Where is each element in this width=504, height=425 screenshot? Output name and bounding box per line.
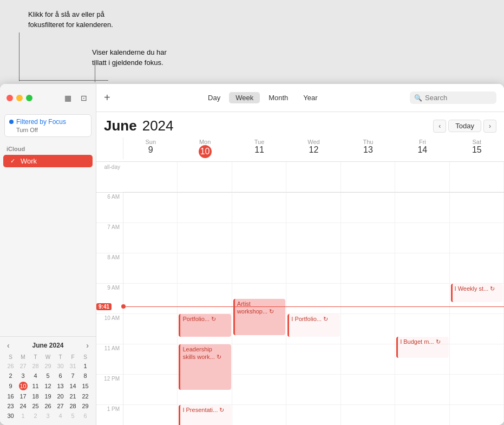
cal-next-arrow[interactable]: › [483, 120, 496, 133]
calendar-event-2[interactable]: Portfolio... ↻ [179, 314, 231, 337]
grid-cell-row2-col6[interactable] [450, 253, 504, 284]
mini-cal-day[interactable]: 9 [4, 381, 17, 391]
grid-cell-row1-col4[interactable] [341, 223, 395, 253]
mini-cal-day[interactable]: 12 [42, 381, 54, 391]
mini-cal-day[interactable]: 30 [4, 411, 17, 421]
mini-cal-day[interactable]: 26 [42, 401, 54, 411]
view-year-button[interactable]: Year [297, 92, 324, 103]
mini-cal-day[interactable]: 8 [79, 371, 91, 381]
grid-cell-row4-col0[interactable] [123, 314, 178, 344]
grid-cell-row1-col1[interactable] [178, 223, 232, 253]
search-box[interactable]: 🔍 [410, 91, 496, 104]
turn-off-link[interactable]: Turn Off [16, 127, 87, 133]
inbox-icon[interactable]: ⊡ [78, 93, 89, 103]
grid-cell-row1-col2[interactable] [232, 223, 286, 253]
mini-cal-day[interactable]: 19 [42, 391, 54, 401]
search-input[interactable] [425, 94, 490, 102]
grid-cell-row7-col3[interactable] [286, 405, 341, 425]
mini-cal-day[interactable]: 24 [17, 401, 29, 411]
grid-cell-row2-col3[interactable] [286, 253, 341, 284]
mini-cal-day[interactable]: 7 [67, 371, 79, 381]
grid-cell-row3-col3[interactable] [286, 284, 341, 314]
mini-cal-prev[interactable]: ‹ [5, 341, 11, 350]
grid-cell-row7-col2[interactable] [232, 405, 286, 425]
grid-cell-row2-col0[interactable] [123, 253, 178, 284]
grid-cell-row6-col6[interactable] [450, 375, 504, 405]
grid-cell-row2-col4[interactable] [341, 253, 395, 284]
grid-cell-row1-col0[interactable] [123, 223, 178, 253]
mini-cal-day[interactable]: 25 [29, 401, 42, 411]
grid-cell-row3-col1[interactable] [178, 284, 232, 314]
grid-cell-row6-col5[interactable] [395, 375, 449, 405]
mini-cal-day[interactable]: 20 [54, 391, 67, 401]
mini-cal-day[interactable]: 16 [4, 391, 17, 401]
grid-cell-row0-col3[interactable] [286, 193, 341, 223]
grid-cell-row6-col3[interactable] [286, 375, 341, 405]
calendar-list-icon[interactable]: ▦ [62, 93, 73, 103]
mini-cal-day[interactable]: 27 [17, 361, 29, 371]
focus-filter-banner[interactable]: Filtered by Focus Turn Off [4, 114, 91, 137]
mini-cal-day[interactable]: 23 [4, 401, 17, 411]
mini-cal-day[interactable]: 2 [4, 371, 17, 381]
mini-cal-day[interactable]: 30 [54, 361, 67, 371]
grid-cell-row3-col5[interactable] [395, 284, 449, 314]
grid-cell-row5-col4[interactable] [341, 344, 395, 375]
grid-cell-row5-col0[interactable] [123, 344, 178, 375]
grid-cell-row7-col0[interactable] [123, 405, 178, 425]
today-button[interactable]: Today [448, 120, 481, 132]
mini-cal-day[interactable]: 17 [17, 391, 29, 401]
mini-cal-day[interactable]: 15 [79, 381, 91, 391]
mini-cal-day[interactable]: 2 [29, 411, 42, 421]
grid-cell-row0-col5[interactable] [395, 193, 449, 223]
mini-cal-day[interactable]: 28 [29, 361, 42, 371]
grid-cell-row7-col6[interactable] [450, 405, 504, 425]
grid-cell-row3-col4[interactable] [341, 284, 395, 314]
calendar-event-4[interactable]: I Budget m... ↻ [396, 337, 448, 358]
mini-cal-day[interactable]: 6 [79, 411, 91, 421]
calendar-event-3[interactable]: I Portfolio... ↻ [287, 314, 339, 337]
mini-cal-day[interactable]: 27 [54, 401, 67, 411]
minimize-button[interactable] [16, 95, 23, 101]
grid-cell-row5-col6[interactable] [450, 344, 504, 375]
mini-cal-day[interactable]: 26 [4, 361, 17, 371]
mini-cal-day[interactable]: 5 [42, 371, 54, 381]
grid-cell-row6-col2[interactable] [232, 375, 286, 405]
grid-cell-row1-col3[interactable] [286, 223, 341, 253]
mini-cal-day[interactable]: 21 [67, 391, 79, 401]
view-day-button[interactable]: Day [201, 92, 227, 103]
grid-cell-row0-col6[interactable] [450, 193, 504, 223]
close-button[interactable] [6, 95, 13, 101]
view-month-button[interactable]: Month [262, 92, 294, 103]
grid-cell-row4-col4[interactable] [341, 314, 395, 344]
grid-cell-row7-col4[interactable] [341, 405, 395, 425]
grid-cell-row6-col0[interactable] [123, 375, 178, 405]
calendar-event-1[interactable]: Artist workshop... ↻ [233, 299, 285, 335]
mini-cal-day[interactable]: 29 [79, 401, 91, 411]
calendar-event-0[interactable]: I Weekly st... ↻ [451, 284, 503, 302]
grid-cell-row5-col2[interactable] [232, 344, 286, 375]
mini-cal-day[interactable]: 29 [42, 361, 54, 371]
mini-cal-day[interactable]: 1 [79, 361, 91, 371]
add-event-button[interactable]: + [104, 91, 110, 104]
maximize-button[interactable] [26, 95, 32, 101]
view-week-button[interactable]: Week [229, 92, 260, 103]
grid-cell-row3-col0[interactable] [123, 284, 178, 314]
mini-cal-day[interactable]: 6 [54, 371, 67, 381]
grid-cell-row5-col3[interactable] [286, 344, 341, 375]
mini-cal-day[interactable]: 13 [54, 381, 67, 391]
grid-cell-row0-col4[interactable] [341, 193, 395, 223]
calendar-event-5[interactable]: Leadership skills work... ↻ [179, 344, 231, 390]
mini-cal-day[interactable]: 11 [29, 381, 42, 391]
mini-cal-day[interactable]: 10 [17, 381, 29, 391]
grid-cell-row0-col2[interactable] [232, 193, 286, 223]
mini-cal-day[interactable]: 1 [17, 411, 29, 421]
mini-cal-day[interactable]: 18 [29, 391, 42, 401]
mini-cal-day[interactable]: 31 [67, 361, 79, 371]
grid-cell-row6-col4[interactable] [341, 375, 395, 405]
mini-cal-day[interactable]: 4 [54, 411, 67, 421]
grid-cell-row2-col1[interactable] [178, 253, 232, 284]
calendar-event-6[interactable]: I Presentati... ↻ [179, 405, 231, 425]
grid-cell-row0-col0[interactable] [123, 193, 178, 223]
grid-cell-row7-col5[interactable] [395, 405, 449, 425]
calendar-item-work[interactable]: ✓ Work [3, 155, 93, 167]
